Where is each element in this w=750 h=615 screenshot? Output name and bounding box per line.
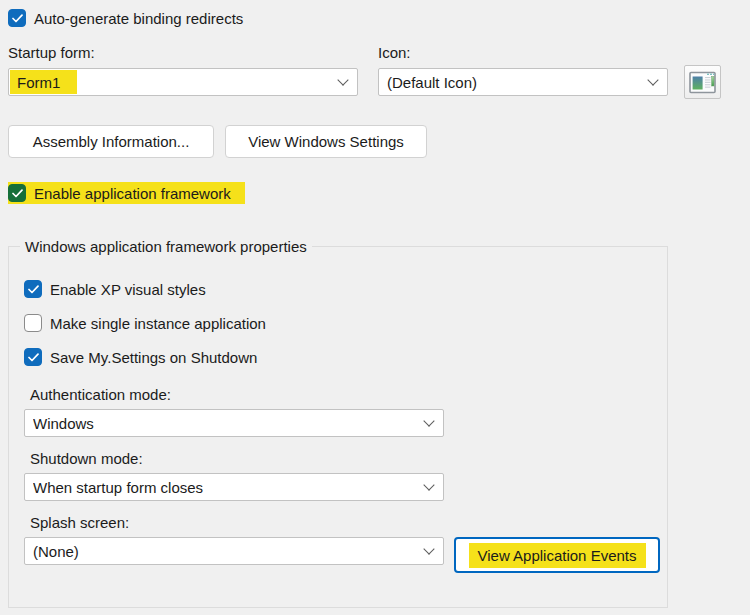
- shutdown-mode-dropdown[interactable]: When startup form closes: [24, 473, 444, 501]
- shutdown-mode-label: Shutdown mode:: [30, 450, 143, 467]
- view-windows-settings-button[interactable]: View Windows Settings: [225, 125, 427, 158]
- checkbox-unchecked[interactable]: [24, 314, 42, 332]
- check-icon: [12, 14, 23, 23]
- checkbox-checked[interactable]: [8, 9, 26, 27]
- enable-application-framework-checkbox[interactable]: Enable application framework: [8, 182, 245, 204]
- view-application-events-label: View Application Events: [469, 543, 646, 568]
- make-single-instance-checkbox[interactable]: Make single instance application: [24, 314, 266, 332]
- checkbox-label: Enable XP visual styles: [50, 281, 206, 298]
- checkbox-checked[interactable]: [24, 348, 42, 366]
- enable-framework-label: Enable application framework: [34, 185, 231, 202]
- check-icon: [28, 353, 39, 362]
- startup-form-dropdown[interactable]: Form1: [8, 68, 358, 96]
- check-icon: [28, 285, 39, 294]
- splash-screen-label: Splash screen:: [30, 514, 129, 531]
- save-mysettings-checkbox[interactable]: Save My.Settings on Shutdown: [24, 348, 257, 366]
- icon-preview-button[interactable]: [684, 65, 721, 99]
- chevron-down-icon: [337, 74, 348, 85]
- shutdown-mode-value: When startup form closes: [33, 479, 425, 496]
- authentication-mode-dropdown[interactable]: Windows: [24, 409, 444, 437]
- authentication-mode-value: Windows: [33, 415, 425, 432]
- windows-application-framework-groupbox: Windows application framework properties…: [8, 246, 668, 608]
- icon-dropdown[interactable]: (Default Icon): [378, 68, 668, 96]
- auto-generate-label: Auto-generate binding redirects: [34, 10, 243, 27]
- chevron-down-icon: [647, 74, 658, 85]
- view-application-events-button[interactable]: View Application Events: [454, 537, 660, 573]
- startup-form-label: Startup form:: [8, 44, 95, 61]
- assembly-information-button[interactable]: Assembly Information...: [8, 125, 214, 158]
- splash-screen-value: (None): [33, 543, 425, 560]
- chevron-down-icon: [423, 415, 434, 426]
- checkbox-label: Save My.Settings on Shutdown: [50, 349, 257, 366]
- checkbox-checked[interactable]: [24, 280, 42, 298]
- checkbox-label: Make single instance application: [50, 315, 266, 332]
- groupbox-title: Windows application framework properties: [20, 237, 312, 256]
- authentication-mode-label: Authentication mode:: [30, 386, 171, 403]
- icon-value: (Default Icon): [387, 74, 649, 91]
- icon-label: Icon:: [378, 44, 411, 61]
- checkbox-checked[interactable]: [8, 184, 26, 202]
- auto-generate-binding-redirects-checkbox[interactable]: Auto-generate binding redirects: [8, 9, 243, 27]
- startup-form-value-highlight: Form1: [10, 70, 77, 94]
- chevron-down-icon: [423, 543, 434, 554]
- form-preview-icon: [689, 71, 716, 94]
- check-icon: [12, 189, 23, 198]
- splash-screen-dropdown[interactable]: (None): [24, 537, 444, 565]
- startup-form-value: Form1: [17, 74, 60, 91]
- enable-xp-visual-styles-checkbox[interactable]: Enable XP visual styles: [24, 280, 206, 298]
- chevron-down-icon: [423, 479, 434, 490]
